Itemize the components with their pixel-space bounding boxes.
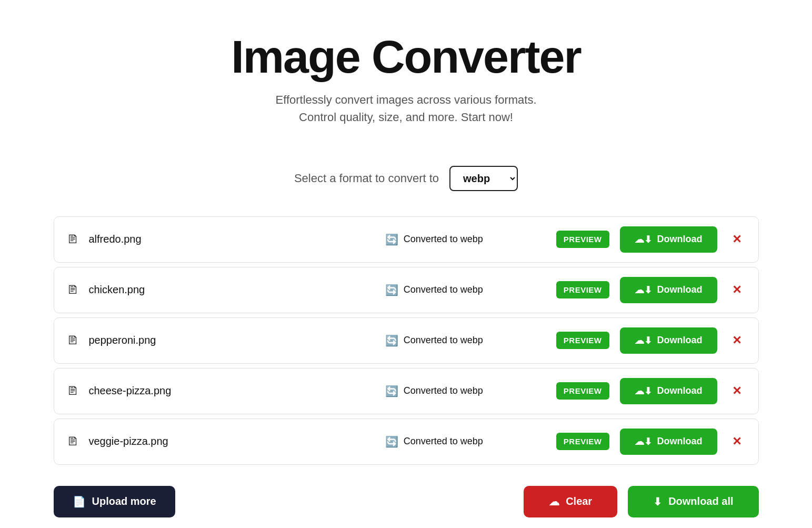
format-select[interactable]: webp png jpg jpeg gif bmp tiff — [449, 166, 518, 191]
file-name: veggie-pizza.png — [89, 435, 312, 447]
file-icon: 🖹 — [67, 435, 78, 449]
file-icon: 🖹 — [67, 283, 78, 297]
convert-icon: 🔄 — [385, 385, 398, 397]
status-text: Converted to webp — [404, 234, 483, 245]
convert-icon: 🔄 — [385, 284, 398, 296]
conversion-status: 🔄 Converted to webp — [323, 233, 546, 246]
file-name: pepperoni.png — [89, 334, 312, 346]
format-selector-label: Select a format to convert to — [294, 172, 439, 185]
cloud-download-icon: ☁⬇ — [635, 234, 652, 245]
download-button-4[interactable]: ☁⬇ Download — [620, 378, 717, 404]
preview-badge[interactable]: PREVIEW — [556, 433, 609, 450]
download-all-label: Download all — [668, 495, 733, 507]
download-button-1[interactable]: ☁⬇ Download — [620, 226, 717, 253]
page-header: Image Converter Effortlessly convert ima… — [231, 32, 580, 126]
conversion-status: 🔄 Converted to webp — [323, 435, 546, 448]
preview-badge[interactable]: PREVIEW — [556, 332, 609, 349]
download-label: Download — [657, 284, 703, 295]
center-actions-group: ☁ Clear ⬇ Download all — [524, 486, 758, 517]
remove-button-4[interactable]: ✕ — [728, 382, 746, 400]
download-label: Download — [657, 335, 703, 346]
subtitle-line1: Effortlessly convert images across vario… — [276, 93, 537, 106]
table-row: 🖹 pepperoni.png 🔄 Converted to webp PREV… — [54, 317, 759, 364]
cloud-download-icon: ☁⬇ — [635, 385, 652, 397]
table-row: 🖹 veggie-pizza.png 🔄 Converted to webp P… — [54, 419, 759, 465]
format-selector-container: Select a format to convert to webp png j… — [294, 166, 518, 191]
download-button-5[interactable]: ☁⬇ Download — [620, 429, 717, 455]
preview-badge[interactable]: PREVIEW — [556, 231, 609, 248]
preview-badge[interactable]: PREVIEW — [556, 382, 609, 400]
remove-button-1[interactable]: ✕ — [728, 231, 746, 248]
status-text: Converted to webp — [404, 284, 483, 295]
download-button-2[interactable]: ☁⬇ Download — [620, 277, 717, 303]
file-icon: 🖹 — [67, 334, 78, 347]
upload-more-label: Upload more — [92, 495, 156, 507]
remove-button-2[interactable]: ✕ — [728, 281, 746, 299]
page-title: Image Converter — [231, 32, 580, 83]
table-row: 🖹 chicken.png 🔄 Converted to webp PREVIE… — [54, 267, 759, 313]
file-list: 🖹 alfredo.png 🔄 Converted to webp PREVIE… — [54, 216, 759, 465]
file-icon: 🖹 — [67, 233, 78, 246]
file-name: alfredo.png — [89, 233, 312, 245]
status-text: Converted to webp — [404, 335, 483, 346]
table-row: 🖹 alfredo.png 🔄 Converted to webp PREVIE… — [54, 216, 759, 263]
download-button-3[interactable]: ☁⬇ Download — [620, 327, 717, 354]
preview-badge[interactable]: PREVIEW — [556, 281, 609, 298]
convert-icon: 🔄 — [385, 435, 398, 448]
convert-icon: 🔄 — [385, 233, 398, 246]
remove-button-3[interactable]: ✕ — [728, 332, 746, 350]
file-name: cheese-pizza.png — [89, 385, 312, 397]
upload-icon: 📄 — [73, 495, 86, 508]
page-subtitle: Effortlessly convert images across vario… — [231, 91, 580, 126]
conversion-status: 🔄 Converted to webp — [323, 385, 546, 397]
clear-button[interactable]: ☁ Clear — [524, 486, 617, 517]
download-all-icon: ⬇ — [653, 495, 662, 508]
cloud-download-icon: ☁⬇ — [635, 284, 652, 296]
download-label: Download — [657, 385, 703, 396]
cloud-download-icon: ☁⬇ — [635, 335, 652, 346]
remove-button-5[interactable]: ✕ — [728, 433, 746, 451]
status-text: Converted to webp — [404, 436, 483, 447]
table-row: 🖹 cheese-pizza.png 🔄 Converted to webp P… — [54, 368, 759, 414]
conversion-status: 🔄 Converted to webp — [323, 334, 546, 347]
download-label: Download — [657, 234, 703, 245]
cloud-download-icon: ☁⬇ — [635, 436, 652, 447]
clear-label: Clear — [566, 495, 592, 507]
conversion-status: 🔄 Converted to webp — [323, 284, 546, 296]
status-text: Converted to webp — [404, 385, 483, 396]
download-all-button[interactable]: ⬇ Download all — [628, 486, 758, 517]
file-name: chicken.png — [89, 284, 312, 296]
file-icon: 🖹 — [67, 384, 78, 398]
bottom-actions: 📄 Upload more ☁ Clear ⬇ Download all — [54, 486, 759, 517]
convert-icon: 🔄 — [385, 334, 398, 347]
clear-icon: ☁ — [549, 495, 559, 508]
download-label: Download — [657, 436, 703, 447]
upload-more-button[interactable]: 📄 Upload more — [54, 486, 175, 517]
subtitle-line2: Control quality, size, and more. Start n… — [299, 111, 513, 124]
